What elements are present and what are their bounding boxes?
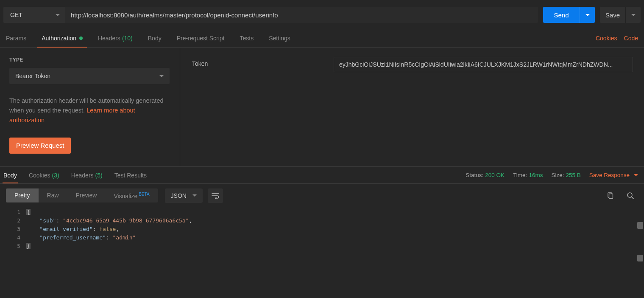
copy-button[interactable] xyxy=(602,188,618,203)
tab-headers-count: (10) xyxy=(122,35,133,42)
tab-settings[interactable]: Settings xyxy=(269,29,290,47)
status-label: Status: xyxy=(466,172,483,178)
view-mode-group: Pretty Raw Preview VisualizeBETA xyxy=(6,188,158,203)
status-dot-icon xyxy=(79,37,83,40)
wrap-lines-button[interactable] xyxy=(208,188,223,203)
line-number: 3 xyxy=(0,225,20,233)
send-button[interactable]: Send xyxy=(543,7,580,23)
beta-badge: BETA xyxy=(139,192,149,197)
chevron-down-icon xyxy=(631,14,636,16)
chevron-down-icon xyxy=(585,14,590,16)
save-dropdown-button[interactable] xyxy=(625,7,641,23)
cookies-link[interactable]: Cookies xyxy=(596,35,617,42)
view-mode-pretty[interactable]: Pretty xyxy=(6,188,39,203)
code-content: { "sub": "4ccbc946-65a9-445b-9b98-677960… xyxy=(26,208,644,250)
format-select[interactable]: JSON xyxy=(165,188,203,203)
status-value: 200 OK xyxy=(485,172,505,178)
resp-tab-headers-label: Headers xyxy=(71,172,94,179)
view-mode-visualize[interactable]: VisualizeBETA xyxy=(105,188,158,203)
format-value: JSON xyxy=(171,192,187,199)
status-meta: Status:200 OK xyxy=(466,172,505,178)
search-icon xyxy=(627,192,634,200)
copy-icon xyxy=(607,192,613,199)
svg-rect-1 xyxy=(609,194,613,198)
http-method-value: GET xyxy=(10,11,22,18)
time-label: Time: xyxy=(513,172,527,178)
json-value: "admin" xyxy=(113,234,136,241)
json-value: "4ccbc946-65a9-445b-9b98-6779606a6c5a" xyxy=(63,217,189,224)
resp-tab-body[interactable]: Body xyxy=(3,167,17,183)
auth-description: The authorization header will be automat… xyxy=(9,96,170,126)
response-bar: Body Cookies (3) Headers (5) Test Result… xyxy=(0,166,644,183)
save-button[interactable]: Save xyxy=(600,7,625,23)
json-key: "email_verified" xyxy=(39,226,92,232)
auth-type-select[interactable]: Bearer Token xyxy=(9,68,170,84)
response-toolbar: Pretty Raw Preview VisualizeBETA JSON xyxy=(0,183,644,207)
json-key: "preferred_username" xyxy=(39,234,106,241)
url-input[interactable] xyxy=(65,7,538,23)
size-label: Size: xyxy=(551,172,564,178)
scrollbar-thumb[interactable] xyxy=(637,255,643,261)
tab-headers-label: Headers xyxy=(98,35,120,42)
chevron-down-icon xyxy=(56,14,60,16)
auth-type-value: Bearer Token xyxy=(15,73,50,79)
tab-prerequest[interactable]: Pre-request Script xyxy=(177,29,225,47)
send-dropdown-button[interactable] xyxy=(580,7,595,23)
line-gutter: 1 2 3 4 5 xyxy=(0,208,26,250)
tab-tests[interactable]: Tests xyxy=(240,29,254,47)
code-link[interactable]: Code xyxy=(624,35,638,42)
resp-tab-cookies[interactable]: Cookies (3) xyxy=(29,167,59,183)
response-body-editor[interactable]: 1 2 3 4 5 { "sub": "4ccbc946-65a9-445b-9… xyxy=(0,207,644,250)
save-response-button[interactable]: Save Response xyxy=(589,172,638,178)
scrollbar-thumb[interactable] xyxy=(637,222,643,229)
time-meta: Time:16ms xyxy=(513,172,543,178)
time-value: 16ms xyxy=(529,172,543,178)
request-bar: GET Send Save xyxy=(0,0,644,29)
authorization-panel: TYPE Bearer Token The authorization head… xyxy=(0,48,644,166)
auth-fields: Token eyJhbGciOiJSUzI1NiIsInR5cCIgOiAiSl… xyxy=(180,48,644,166)
preview-request-button[interactable]: Preview Request xyxy=(9,138,71,154)
tab-authorization-label: Authorization xyxy=(42,35,76,42)
view-mode-raw[interactable]: Raw xyxy=(39,188,67,203)
resp-tab-cookies-label: Cookies xyxy=(29,172,50,179)
line-number: 1 xyxy=(0,208,20,216)
resp-tab-headers-count: (5) xyxy=(95,172,103,179)
size-meta: Size:255 B xyxy=(551,172,580,178)
chevron-down-icon xyxy=(634,174,638,176)
tab-params[interactable]: Params xyxy=(6,29,26,47)
view-mode-visualize-label: Visualize xyxy=(114,192,137,199)
token-input[interactable]: eyJhbGciOiJSUzI1NiIsInR5cCIgOiAiSldUIiwi… xyxy=(334,57,633,72)
resp-tab-test-results[interactable]: Test Results xyxy=(114,167,147,183)
tab-body[interactable]: Body xyxy=(148,29,162,47)
wrap-icon xyxy=(212,193,219,199)
chevron-down-icon xyxy=(192,194,197,197)
request-tabs: Params Authorization Headers (10) Body P… xyxy=(0,29,644,48)
auth-type-label: TYPE xyxy=(9,57,170,63)
svg-point-2 xyxy=(627,193,632,197)
line-number: 4 xyxy=(0,233,20,242)
tab-authorization[interactable]: Authorization xyxy=(42,29,83,47)
brace-close: } xyxy=(26,243,31,249)
chevron-down-icon xyxy=(159,75,164,77)
brace-open: { xyxy=(26,209,31,215)
line-number: 2 xyxy=(0,216,20,225)
auth-sidebar: TYPE Bearer Token The authorization head… xyxy=(0,48,180,166)
http-method-select[interactable]: GET xyxy=(3,7,65,23)
save-response-label: Save Response xyxy=(589,172,630,178)
size-value: 255 B xyxy=(566,172,580,178)
tab-headers[interactable]: Headers (10) xyxy=(98,29,133,47)
svg-line-3 xyxy=(632,197,633,199)
resp-tab-headers[interactable]: Headers (5) xyxy=(71,167,103,183)
resp-tab-cookies-count: (3) xyxy=(52,172,59,179)
search-button[interactable] xyxy=(623,188,638,203)
json-key: "sub" xyxy=(39,217,56,224)
view-mode-preview[interactable]: Preview xyxy=(67,188,106,203)
token-label: Token xyxy=(192,57,334,157)
json-value: false xyxy=(99,226,116,232)
response-meta: Status:200 OK Time:16ms Size:255 B Save … xyxy=(466,172,638,178)
line-number: 5 xyxy=(0,242,20,250)
